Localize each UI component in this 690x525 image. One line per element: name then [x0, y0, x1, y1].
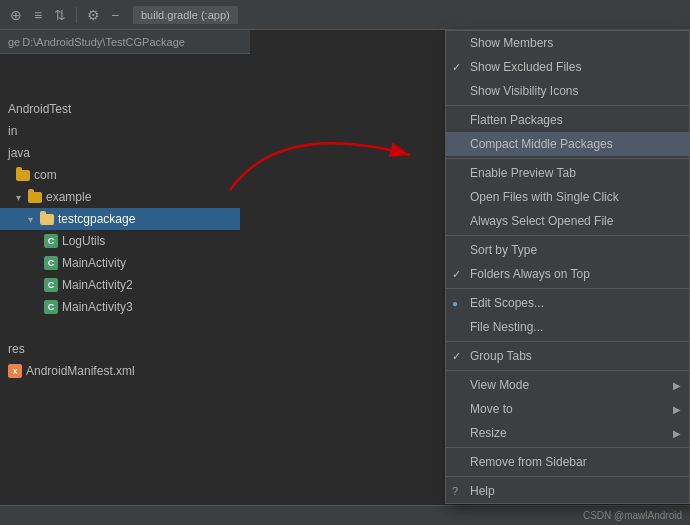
menu-separator	[446, 288, 689, 289]
menu-separator	[446, 158, 689, 159]
file-tree: AndroidTest in java com ▾ example ▾ test…	[0, 54, 240, 525]
menu-item-help[interactable]: ? Help	[446, 479, 689, 503]
menu-item-label: Sort by Type	[470, 243, 537, 257]
tree-item-logutils[interactable]: C LogUtils	[0, 230, 240, 252]
tree-item-res[interactable]: res	[0, 338, 240, 360]
menu-item-label: Open Files with Single Click	[470, 190, 619, 204]
menu-item-open-single-click[interactable]: Open Files with Single Click	[446, 185, 689, 209]
folder-icon	[16, 170, 30, 181]
menu-item-resize[interactable]: Resize ▶	[446, 421, 689, 445]
menu-item-remove-sidebar[interactable]: Remove from Sidebar	[446, 450, 689, 474]
arrow-icon: ▾	[28, 214, 40, 225]
question-icon: ?	[452, 485, 458, 497]
menu-item-view-mode[interactable]: View Mode ▶	[446, 373, 689, 397]
toolbar: ⊕ ≡ ⇅ ⚙ − build.gradle (:app)	[0, 0, 690, 30]
menu-item-edit-scopes[interactable]: ● Edit Scopes...	[446, 291, 689, 315]
menu-item-label: Edit Scopes...	[470, 296, 544, 310]
class-icon: C	[44, 234, 58, 248]
menu-item-label: Always Select Opened File	[470, 214, 613, 228]
tree-item-label: AndroidTest	[8, 102, 71, 116]
tree-item-label: res	[8, 342, 25, 356]
folder-open-icon	[40, 214, 54, 225]
class-icon: C	[44, 256, 58, 270]
tree-item-java[interactable]: java	[0, 142, 240, 164]
sort-icon[interactable]: ⇅	[52, 7, 68, 23]
menu-item-label: Show Excluded Files	[470, 60, 581, 74]
checkmark-icon: ✓	[452, 268, 461, 281]
menu-item-show-visibility[interactable]: Show Visibility Icons	[446, 79, 689, 103]
menu-item-compact-middle[interactable]: Compact Middle Packages	[446, 132, 689, 156]
menu-item-enable-preview[interactable]: Enable Preview Tab	[446, 161, 689, 185]
menu-item-label: Show Members	[470, 36, 553, 50]
menu-separator	[446, 476, 689, 477]
tree-item-label: java	[8, 146, 30, 160]
menu-separator	[446, 447, 689, 448]
minimize-icon[interactable]: −	[107, 7, 123, 23]
tree-item-label: LogUtils	[62, 234, 105, 248]
tree-item-androidmanifest[interactable]: X AndroidManifest.xml	[0, 360, 240, 382]
radio-icon: ●	[452, 298, 458, 309]
menu-item-label: Flatten Packages	[470, 113, 563, 127]
path-bar: ge D:\AndroidStudy\TestCGPackage	[0, 30, 250, 54]
tree-item-in[interactable]: in	[0, 120, 240, 142]
menu-separator	[446, 370, 689, 371]
status-text: CSDN @mawlAndroid	[583, 510, 682, 521]
menu-item-sort-type[interactable]: Sort by Type	[446, 238, 689, 262]
globe-icon[interactable]: ⊕	[8, 7, 24, 23]
menu-item-label: Enable Preview Tab	[470, 166, 576, 180]
separator	[76, 7, 77, 23]
xml-icon: X	[8, 364, 22, 378]
submenu-arrow-icon: ▶	[673, 380, 681, 391]
menu-item-always-select[interactable]: Always Select Opened File	[446, 209, 689, 233]
list-icon[interactable]: ≡	[30, 7, 46, 23]
class-icon: C	[44, 300, 58, 314]
tree-item-com[interactable]: com	[0, 164, 240, 186]
tree-item-label: example	[46, 190, 91, 204]
tab-build-gradle[interactable]: build.gradle (:app)	[133, 6, 238, 24]
menu-item-group-tabs[interactable]: ✓ Group Tabs	[446, 344, 689, 368]
menu-separator	[446, 341, 689, 342]
submenu-arrow-icon: ▶	[673, 404, 681, 415]
menu-separator	[446, 105, 689, 106]
menu-item-label: Resize	[470, 426, 507, 440]
menu-item-label: Group Tabs	[470, 349, 532, 363]
tree-item-androidtest[interactable]: AndroidTest	[0, 98, 240, 120]
tree-item-label: AndroidManifest.xml	[26, 364, 135, 378]
tree-item-label: MainActivity2	[62, 278, 133, 292]
menu-item-flatten-packages[interactable]: Flatten Packages	[446, 108, 689, 132]
menu-item-label: Folders Always on Top	[470, 267, 590, 281]
menu-item-label: Help	[470, 484, 495, 498]
submenu-arrow-icon: ▶	[673, 428, 681, 439]
menu-item-label: Show Visibility Icons	[470, 84, 579, 98]
tree-item-label: com	[34, 168, 57, 182]
menu-separator	[446, 235, 689, 236]
menu-item-label: Move to	[470, 402, 513, 416]
checkmark-icon: ✓	[452, 61, 461, 74]
menu-item-label: Remove from Sidebar	[470, 455, 587, 469]
tree-item-mainactivity2[interactable]: C MainActivity2	[0, 274, 240, 296]
tree-item-example[interactable]: ▾ example	[0, 186, 240, 208]
menu-item-label: View Mode	[470, 378, 529, 392]
tree-item-label: MainActivity	[62, 256, 126, 270]
tree-item-label: testcgpackage	[58, 212, 135, 226]
checkmark-icon: ✓	[452, 350, 461, 363]
status-bar: CSDN @mawlAndroid	[0, 505, 690, 525]
menu-item-label: Compact Middle Packages	[470, 137, 613, 151]
menu-item-file-nesting[interactable]: File Nesting...	[446, 315, 689, 339]
menu-item-label: File Nesting...	[470, 320, 543, 334]
tree-item-label: in	[8, 124, 17, 138]
path-text: D:\AndroidStudy\TestCGPackage	[22, 36, 185, 48]
menu-item-show-members[interactable]: Show Members	[446, 31, 689, 55]
tree-item-label: MainActivity3	[62, 300, 133, 314]
menu-item-folders-top[interactable]: ✓ Folders Always on Top	[446, 262, 689, 286]
menu-item-show-excluded[interactable]: ✓ Show Excluded Files	[446, 55, 689, 79]
path-prefix: ge	[8, 36, 20, 48]
tree-item-mainactivity3[interactable]: C MainActivity3	[0, 296, 240, 318]
context-menu: Show Members ✓ Show Excluded Files Show …	[445, 30, 690, 504]
tree-item-mainactivity[interactable]: C MainActivity	[0, 252, 240, 274]
class-icon: C	[44, 278, 58, 292]
menu-item-move-to[interactable]: Move to ▶	[446, 397, 689, 421]
tree-item-testcgpackage[interactable]: ▾ testcgpackage	[0, 208, 240, 230]
gear-icon[interactable]: ⚙	[85, 7, 101, 23]
arrow-icon: ▾	[16, 192, 28, 203]
